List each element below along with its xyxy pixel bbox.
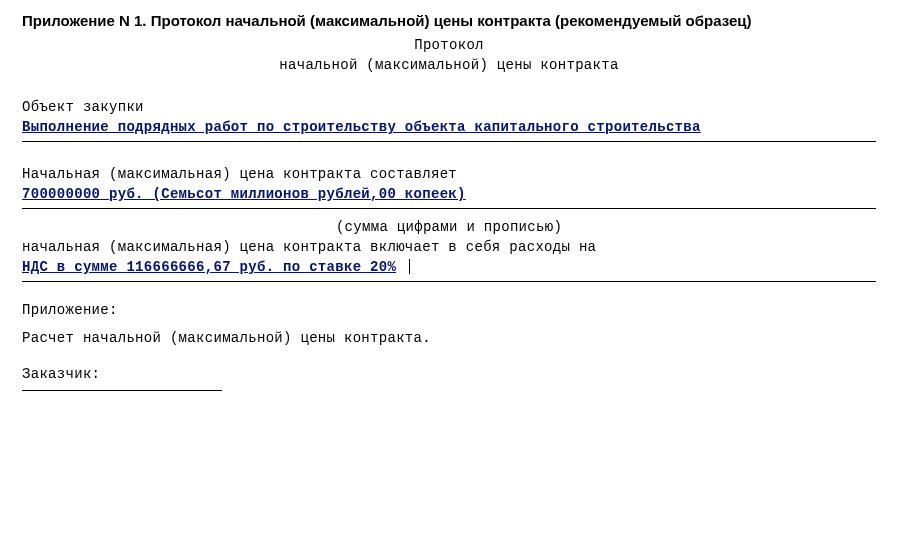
subject-label: Объект закупки: [22, 97, 876, 117]
text-cursor: [409, 259, 410, 274]
nmck-value[interactable]: 700000000 руб. (Семьсот миллионов рублей…: [22, 186, 466, 202]
document-page: Приложение N 1. Протокол начальной (макс…: [0, 0, 898, 391]
attachment-text: Расчет начальной (максимальной) цены кон…: [22, 328, 876, 348]
sum-hint: (сумма цифрами и прописью): [22, 217, 876, 237]
attachment-label: Приложение:: [22, 300, 876, 320]
subject-value[interactable]: Выполнение подрядных работ по строительс…: [22, 119, 701, 135]
vat-value[interactable]: НДС в сумме 116666666,67 руб. по ставке …: [22, 259, 396, 275]
protocol-heading-1: Протокол: [22, 35, 876, 55]
nmck-intro: Начальная (максимальная) цена контракта …: [22, 164, 876, 184]
protocol-heading-2: начальной (максимальной) цены контракта: [22, 55, 876, 75]
customer-label: Заказчик:: [22, 364, 876, 384]
appendix-title: Приложение N 1. Протокол начальной (макс…: [22, 12, 876, 29]
customer-signature-line: [22, 390, 222, 391]
includes-line: начальная (максимальная) цена контракта …: [22, 237, 876, 257]
